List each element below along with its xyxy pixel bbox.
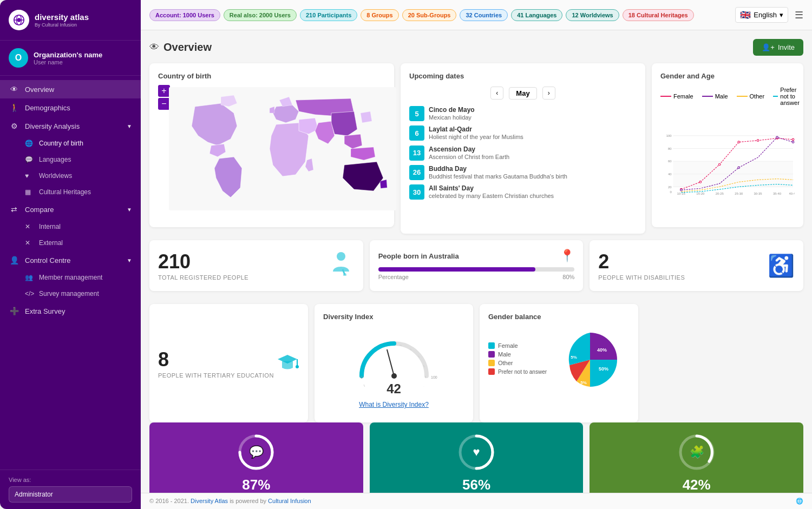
australia-card: People born in Australia 📍 Percentage 80…	[370, 240, 584, 291]
date-item-allsaints: 30 All Saints' Day celebrated by many Ea…	[409, 184, 637, 200]
logo-icon	[9, 10, 29, 30]
hamburger-icon[interactable]: ☰	[795, 9, 803, 21]
svg-text:100: 100	[666, 134, 672, 137]
australia-bar-container: Percentage 80%	[378, 267, 575, 280]
footer-link-1[interactable]: Diversity Atlas	[191, 498, 228, 504]
map-zoom-in[interactable]: +	[158, 85, 170, 97]
logo-title: diversity atlas	[35, 12, 89, 22]
other-dot	[488, 360, 495, 366]
event-buddha-desc: Buddhist festival that marks Gautama Bud…	[429, 173, 567, 180]
badge-countries: 32 Countries	[460, 9, 508, 21]
nav-diversity-analysis[interactable]: ⚙ Diversity Analysis ▼	[0, 117, 141, 135]
nav-overview[interactable]: 👁 Overview	[0, 80, 141, 98]
date-events-list: 5 Cinco de Mayo Mexican holiday 6 Laylat…	[409, 106, 637, 200]
male-legend-label: Male	[498, 351, 511, 358]
nav-member-management[interactable]: 👥 Member management	[0, 269, 141, 286]
other-legend-label: Other	[498, 360, 513, 366]
footer-link-2[interactable]: Cultural Infusion	[268, 498, 311, 504]
nav-cultural-heritages[interactable]: ▦ Cultural Heritages	[0, 184, 141, 200]
tertiary-education-card: 8 PEOPLE WITH TERTIARY EDUCATION	[149, 304, 308, 422]
aus-pct-label: Percentage	[378, 274, 409, 280]
nav-languages[interactable]: 💬 Languages	[0, 151, 141, 168]
nav-country-birth[interactable]: 🌐 Country of birth	[0, 135, 141, 151]
top-bar-right: 🇬🇧 English ▾ ☰	[735, 7, 803, 23]
invite-button[interactable]: 👤+ Invite	[753, 39, 803, 56]
nav-internal[interactable]: ✕ Internal	[0, 219, 141, 235]
invite-icon: 👤+	[762, 43, 775, 51]
nav-survey-management[interactable]: </> Survey management	[0, 286, 141, 302]
svg-text:♥: ♥	[473, 445, 480, 459]
month-label: May	[509, 87, 536, 100]
date-item-laylat: 6 Laylat al-Qadr Holiest night of the ye…	[409, 125, 637, 141]
next-month-button[interactable]: ›	[542, 87, 555, 100]
svg-text:0: 0	[361, 375, 363, 379]
plus-icon: ➕	[9, 307, 19, 315]
sidebar-logo: diversity atlas By Cultural Infusion	[0, 0, 141, 41]
event-laylat-desc: Holiest night of the year for Muslims	[429, 133, 523, 141]
gender-balance-card: Gender balance Female Male O	[480, 304, 638, 422]
badge-worldviews: 12 Worldviews	[566, 9, 619, 21]
diversity-icon: ⚙	[9, 122, 19, 130]
logo-text-block: diversity atlas By Cultural Infusion	[35, 12, 89, 28]
upcoming-dates-card: Upcoming dates ‹ May › 5 Cinco de Mayo M…	[401, 63, 645, 234]
nav-extra-survey[interactable]: ➕ Extra Survey	[0, 302, 141, 320]
american-metric-card: 🧩 42% American Top Ethnicity	[590, 422, 803, 493]
disabilities-label: PEOPLE WITH DISABILITIES	[598, 274, 685, 281]
nav-compare[interactable]: ⇄ Compare ▼	[0, 200, 141, 219]
svg-text:20: 20	[668, 186, 672, 189]
map-zoom-out[interactable]: −	[158, 98, 170, 110]
eye-icon: 👁	[9, 85, 19, 94]
page-header: 👁 Overview 👤+ Invite	[149, 39, 803, 56]
date-item-buddha: 26 Buddha Day Buddhist festival that mar…	[409, 165, 637, 180]
person-icon	[328, 249, 355, 282]
chevron-down-icon-control: ▼	[127, 257, 132, 263]
svg-text:80: 80	[668, 147, 672, 150]
nav-control-centre[interactable]: 👤 Control Centre ▼	[0, 251, 141, 269]
gender-balance-content: Female Male Other Prefer not to ans	[488, 327, 630, 392]
metric-cards-column	[645, 304, 803, 422]
sidebar: diversity atlas By Cultural Infusion O O…	[0, 0, 141, 509]
legend-other-item: Other	[488, 360, 547, 366]
disabilities-card: 2 PEOPLE WITH DISABILITIES ♿	[590, 240, 803, 291]
chart-legend: Female Male Other Prefer not to answer	[660, 87, 795, 106]
svg-line-42	[387, 350, 394, 376]
view-as-label: View as:	[9, 477, 132, 483]
australia-bar-track	[378, 267, 575, 272]
flag-icon: 🇬🇧	[740, 10, 751, 20]
page-title: Overview	[163, 41, 212, 54]
date-item-ascension: 13 Ascension Day Ascension of Christ fro…	[409, 146, 637, 161]
gender-age-title: Gender and Age	[660, 72, 795, 80]
svg-point-28	[757, 140, 759, 142]
compare-icon: ⇄	[9, 205, 19, 214]
date-num-5: 5	[409, 106, 424, 121]
prefer-legend-label: Prefer not to answer	[498, 369, 547, 375]
svg-point-43	[391, 373, 397, 379]
map-card: Country of birth + −	[149, 63, 394, 227]
badge-subgroups: 20 Sub-Groups	[402, 9, 457, 21]
gender-age-card: Gender and Age Female Male Other Prefer …	[652, 63, 803, 227]
date-num-13: 13	[409, 146, 424, 161]
svg-text:5%: 5%	[580, 380, 587, 385]
nav-external[interactable]: ✕ External	[0, 235, 141, 251]
american-pct: 42%	[600, 477, 793, 493]
map-controls: + −	[158, 85, 170, 110]
nav-worldviews[interactable]: ♥ Worldviews	[0, 168, 141, 184]
date-num-26: 26	[409, 165, 424, 180]
svg-text:💬: 💬	[249, 445, 264, 459]
nav-demographics[interactable]: 🚶 Demographics	[0, 98, 141, 117]
prev-month-button[interactable]: ‹	[490, 87, 503, 100]
gender-balance-title: Gender balance	[488, 313, 630, 321]
footer: © 2016 - 2021. Diversity Atlas is powere…	[141, 493, 812, 509]
view-as-select[interactable]: Administrator	[9, 486, 132, 503]
svg-text:25-30: 25-30	[735, 192, 743, 195]
external-icon: ✕	[25, 239, 35, 247]
english-pct: 87%	[160, 477, 352, 493]
heart-icon: ♥	[25, 172, 35, 180]
gauge-container: 0 100 42 What is Diversity Index?	[323, 327, 464, 414]
christianity-metric-card: ♥ 56% Christianity Top Worldview	[370, 422, 584, 493]
control-icon: 👤	[9, 256, 19, 265]
australia-label: People born in Australia	[378, 252, 459, 260]
diversity-index-title: Diversity Index	[323, 313, 464, 321]
diversity-index-link[interactable]: What is Diversity Index?	[359, 401, 429, 408]
language-selector[interactable]: 🇬🇧 English ▾	[735, 7, 788, 23]
